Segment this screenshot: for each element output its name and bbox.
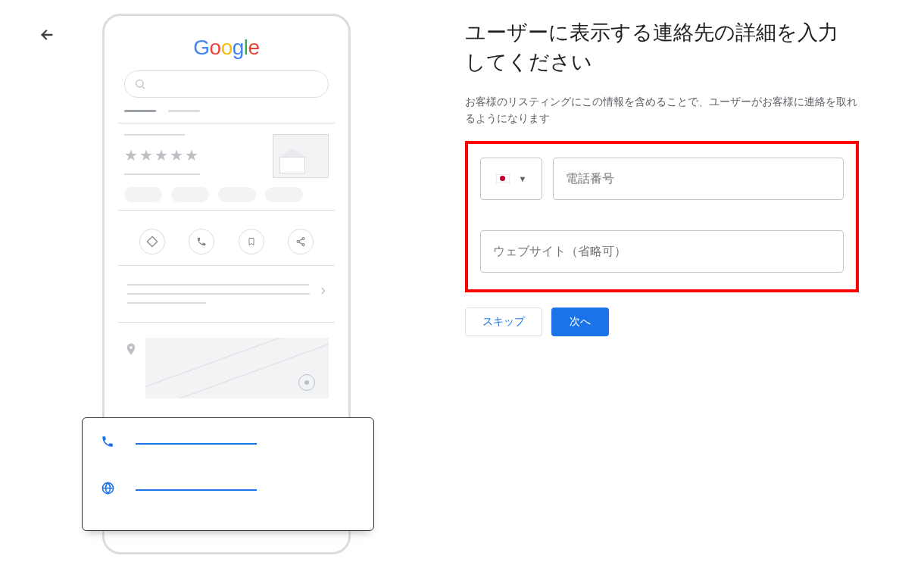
google-logo: Google [118,36,335,60]
logo-g2: g [233,36,244,59]
website-input[interactable] [480,230,844,273]
preview-description: › [118,273,335,314]
phone-side-button [348,130,351,171]
form-panel: ユーザーに表示する連絡先の詳細を入力してください お客様のリスティングにこの情報… [465,18,859,336]
logo-o2: o [221,36,233,59]
map-pin-icon [298,374,315,391]
page-subtitle: お客様のリスティングにこの情報を含めることで、ユーザーがお客様に連絡を取れるよう… [465,94,859,126]
next-button[interactable]: 次へ [551,308,609,336]
svg-point-3 [302,244,304,246]
back-button[interactable] [38,26,56,44]
preview-search-bar [124,70,329,98]
arrow-left-icon [39,27,55,43]
highlighted-inputs: ▼ [465,141,859,292]
preview-stars: ★★★★★ [124,146,200,164]
logo-e: e [248,36,260,59]
logo-g1: G [193,36,209,59]
phone-input[interactable] [553,158,844,200]
preview-thumbnail [273,134,329,178]
contact-preview-card [82,417,374,531]
share-icon [288,229,314,254]
country-code-select[interactable]: ▼ [480,158,542,200]
bookmark-icon [239,229,264,254]
skip-button[interactable]: スキップ [465,308,542,336]
search-icon [134,78,146,90]
directions-icon [139,229,165,254]
logo-o1: o [210,36,221,59]
website-placeholder-line [136,489,257,491]
call-icon [189,229,214,254]
flag-japan-icon [496,174,510,183]
location-pin-icon [124,341,138,362]
page-title: ユーザーに表示する連絡先の詳細を入力してください [465,18,859,77]
phone-side-button [348,179,351,220]
caret-down-icon: ▼ [519,174,527,183]
preview-action-icons [118,218,335,258]
preview-map-section [118,330,335,398]
globe-icon [101,481,116,499]
svg-point-2 [297,241,299,243]
phone-icon [101,435,116,452]
svg-point-1 [302,237,304,239]
chevron-right-icon: › [320,281,326,298]
phone-placeholder-line [136,443,257,445]
preview-tabs [118,110,335,115]
svg-point-0 [136,80,143,87]
phone-side-button [348,236,351,261]
